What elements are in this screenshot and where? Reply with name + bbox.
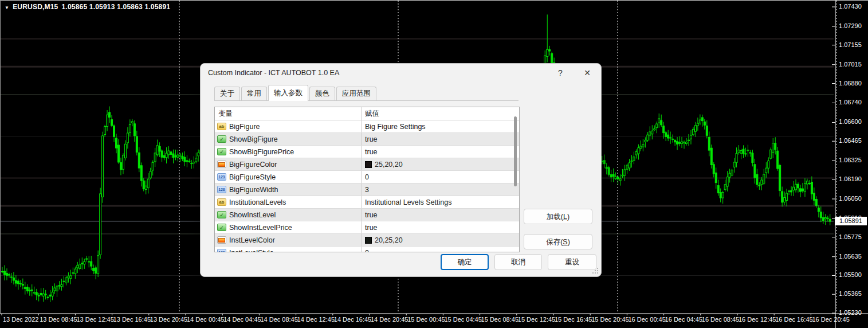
- table-row[interactable]: BigFigureColor25,20,20: [215, 158, 519, 171]
- table-row[interactable]: ✓ShowBigFiguretrue: [215, 133, 519, 146]
- column-header-variable[interactable]: 变量: [215, 107, 362, 120]
- param-name: InstLevelColor: [229, 236, 275, 244]
- symbol-dropdown-icon[interactable]: ▼: [5, 5, 9, 10]
- time-axis-label: 15 Dec 12:45: [518, 316, 555, 323]
- param-value-cell[interactable]: 0: [362, 247, 519, 252]
- param-value-cell[interactable]: 3: [362, 183, 519, 196]
- table-row[interactable]: abInstitutionalLevelsInstitutional Level…: [215, 196, 519, 209]
- dialog-tab[interactable]: 应用范围: [336, 87, 376, 101]
- price-axis-label: 1.05635: [839, 253, 862, 260]
- param-name: BigFigure: [229, 123, 260, 131]
- param-name-cell: 123BigFigureStyle: [215, 171, 362, 183]
- price-axis-label: 1.05230: [839, 309, 862, 316]
- param-value-cell[interactable]: true: [362, 209, 519, 221]
- price-axis-label: 1.06740: [839, 99, 862, 106]
- table-row[interactable]: InstLevelColor20,25,20: [215, 234, 519, 247]
- time-axis-label: 14 Dec 00:45: [187, 316, 224, 323]
- time-axis-label: 13 Dec 12:45: [76, 316, 113, 323]
- table-row[interactable]: ✓ShowInstLevelPricetrue: [215, 221, 519, 234]
- param-value-cell[interactable]: Institutional Levels Settings: [362, 196, 519, 208]
- time-axis-label: 13 Dec 2022: [3, 316, 38, 323]
- int-type-icon: 123: [217, 249, 226, 252]
- chart-ohlc-values: 1.05865 1.05913 1.05863 1.05891: [61, 3, 170, 11]
- param-value: 0: [365, 173, 369, 181]
- help-icon[interactable]: ?: [552, 64, 569, 82]
- cancel-button[interactable]: 取消: [494, 254, 542, 270]
- parameters-table: 变量 赋值 abBigFigureBig Figure Settings✓Sho…: [214, 107, 520, 252]
- dialog-tab[interactable]: 输入参数: [268, 85, 308, 101]
- table-scrollbar-thumb[interactable]: [514, 116, 517, 186]
- table-row[interactable]: abBigFigureBig Figure Settings: [215, 120, 519, 133]
- param-name: ShowInstLevelPrice: [229, 224, 292, 232]
- param-value: Institutional Levels Settings: [365, 198, 451, 206]
- time-axis-label: 16 Dec 08:45: [702, 316, 739, 323]
- param-value-cell[interactable]: 25,20,20: [362, 158, 519, 170]
- price-axis-label: 1.06325: [839, 157, 862, 163]
- bool-type-icon: ✓: [217, 224, 226, 231]
- param-value: true: [365, 135, 378, 143]
- table-row[interactable]: 123InstLevelStyle0: [215, 247, 519, 252]
- tab-strip-underline: [214, 100, 519, 101]
- time-axis-label: 15 Dec 08:45: [481, 316, 519, 323]
- column-header-value[interactable]: 赋值: [362, 107, 519, 120]
- color-type-icon: [217, 161, 226, 168]
- param-value-cell[interactable]: Big Figure Settings: [362, 120, 519, 132]
- param-name-cell: abInstitutionalLevels: [215, 196, 362, 208]
- time-axis-label: 16 Dec 00:45: [628, 316, 665, 323]
- param-value: true: [365, 148, 378, 156]
- time-axis-label: 14 Dec 08:45: [260, 316, 297, 323]
- param-value: 20,25,20: [375, 236, 403, 244]
- price-axis-label: 1.05775: [839, 233, 862, 240]
- price-axis-label: 1.06190: [839, 175, 862, 182]
- price-axis-label: 1.07155: [839, 41, 862, 48]
- price-axis-label: 1.06465: [839, 137, 862, 144]
- param-value-cell[interactable]: true: [362, 146, 519, 158]
- param-name-cell: ✓ShowInstLevelPrice: [215, 221, 362, 233]
- save-button[interactable]: 保存(S): [524, 234, 592, 249]
- table-row[interactable]: 123BigFigureWidth3: [215, 183, 519, 196]
- int-type-icon: 123: [217, 186, 226, 193]
- dialog-tab[interactable]: 颜色: [309, 87, 335, 101]
- price-axis-label: 1.07290: [839, 22, 862, 29]
- color-swatch: [365, 237, 372, 244]
- chart-title: ▼ EURUSD,M15 1.05865 1.05913 1.05863 1.0…: [5, 3, 170, 11]
- resize-grip[interactable]: [597, 272, 598, 274]
- param-name: BigFigureWidth: [229, 186, 278, 194]
- dialog-tab[interactable]: 常用: [241, 87, 267, 101]
- load-button[interactable]: 加载(L): [524, 209, 592, 224]
- param-name-cell: abBigFigure: [215, 120, 362, 132]
- close-icon[interactable]: ✕: [579, 64, 596, 82]
- ok-button[interactable]: 确定: [441, 254, 489, 270]
- time-axis-label: 13 Dec 20:45: [150, 316, 187, 323]
- table-row[interactable]: ✓ShowBigFigurePricetrue: [215, 146, 519, 158]
- price-axis-label: 1.06600: [839, 118, 862, 125]
- param-value: true: [365, 224, 378, 232]
- param-value: Big Figure Settings: [365, 123, 426, 131]
- window-left-border: [0, 0, 1, 314]
- param-value-cell[interactable]: true: [362, 221, 519, 233]
- color-swatch: [365, 161, 372, 168]
- param-value-cell[interactable]: 20,25,20: [362, 234, 519, 246]
- bool-type-icon: ✓: [217, 135, 226, 143]
- param-value-cell[interactable]: 0: [362, 171, 519, 183]
- table-row[interactable]: 123BigFigureStyle0: [215, 171, 519, 183]
- price-axis-label: 1.07430: [839, 3, 862, 10]
- table-row[interactable]: ✓ShowInstLeveltrue: [215, 209, 519, 221]
- price-axis-label: 1.05365: [839, 290, 862, 297]
- bool-type-icon: ✓: [217, 211, 226, 218]
- bool-type-icon: ✓: [217, 148, 226, 155]
- window-top-border: [0, 0, 868, 1]
- dialog-title: Custom Indicator - ICT AUTOBOT 1.0 EA: [208, 64, 339, 82]
- param-name: ShowBigFigure: [229, 135, 278, 143]
- dialog-tab[interactable]: 关于: [214, 87, 240, 101]
- time-axis-label: 16 Dec 12:45: [739, 316, 776, 323]
- param-name-cell: ✓ShowInstLevel: [215, 209, 362, 221]
- param-name-cell: 123BigFigureWidth: [215, 183, 362, 196]
- dialog-titlebar[interactable]: Custom Indicator - ICT AUTOBOT 1.0 EA ? …: [201, 64, 601, 82]
- time-axis-label: 15 Dec 20:45: [591, 316, 629, 323]
- param-value-cell[interactable]: true: [362, 133, 519, 145]
- param-name: InstLevelStyle: [229, 249, 274, 253]
- reset-button[interactable]: 重设: [548, 254, 596, 270]
- param-name: BigFigureStyle: [229, 173, 276, 181]
- chart-symbol-timeframe: EURUSD,M15: [13, 3, 58, 11]
